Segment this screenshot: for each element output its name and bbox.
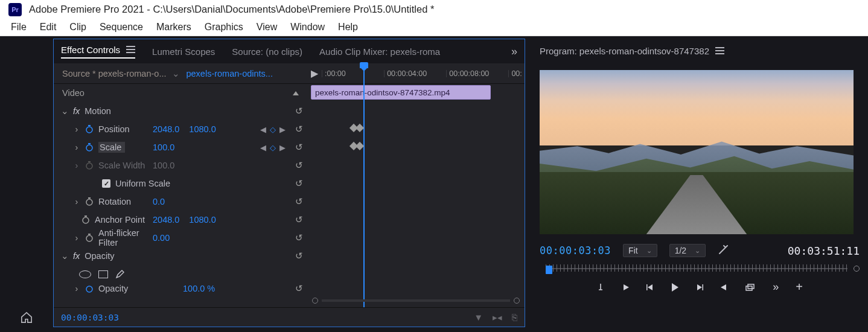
position-x-value[interactable]: 2048.0: [153, 124, 179, 134]
program-ruler[interactable]: [540, 262, 860, 275]
sequence-link[interactable]: pexels-roman-odints...: [186, 69, 272, 78]
anchor-x-value[interactable]: 2048.0: [153, 215, 179, 225]
reset-icon[interactable]: ↺: [295, 233, 303, 243]
reset-icon[interactable]: ↺: [295, 106, 303, 116]
zoom-track[interactable]: [322, 298, 510, 304]
chevron-right-icon[interactable]: ›: [73, 124, 80, 134]
stopwatch-icon[interactable]: [85, 284, 94, 293]
ellipse-mask-icon[interactable]: [79, 270, 91, 278]
chevron-down-icon[interactable]: ⌄: [61, 251, 68, 261]
step-forward-icon[interactable]: [695, 283, 704, 292]
keyframe[interactable]: [356, 124, 364, 132]
reset-icon[interactable]: ↺: [295, 124, 303, 134]
menu-clip[interactable]: Clip: [69, 22, 86, 33]
stopwatch-icon[interactable]: [85, 234, 94, 242]
mark-in-icon[interactable]: [596, 283, 605, 292]
reset-icon[interactable]: ↺: [295, 284, 303, 293]
add-button-icon[interactable]: +: [796, 280, 803, 294]
chevron-down-icon[interactable]: ⌄: [61, 106, 68, 116]
tab-source[interactable]: Source: (no clips): [232, 46, 302, 57]
menu-edit[interactable]: Edit: [40, 22, 57, 33]
position-y-value[interactable]: 1080.0: [189, 124, 215, 134]
tab-effect-controls[interactable]: Effect Controls: [61, 45, 135, 59]
menu-view[interactable]: View: [257, 22, 277, 33]
effect-motion: ⌄ fx Motion ↺: [54, 102, 525, 120]
zoom-fit-select[interactable]: Fit ⌄: [623, 244, 657, 257]
panel-menu-icon[interactable]: [126, 46, 135, 53]
tab-lumetri-scopes[interactable]: Lumetri Scopes: [152, 46, 215, 57]
step-back-icon[interactable]: [646, 283, 654, 292]
chevron-right-icon[interactable]: ›: [73, 142, 80, 152]
stopwatch-icon[interactable]: [81, 215, 90, 224]
go-to-out-icon[interactable]: [720, 283, 729, 292]
reset-icon[interactable]: ↺: [295, 251, 303, 261]
chevron-right-icon[interactable]: ›: [73, 197, 80, 206]
next-keyframe-icon[interactable]: ▶: [279, 143, 286, 152]
menu-window[interactable]: Window: [290, 22, 325, 33]
stopwatch-icon[interactable]: [85, 197, 94, 206]
opacity-mask-tools: [54, 265, 525, 283]
resolution-select[interactable]: 1/2 ⌄: [669, 244, 706, 257]
collapse-icon[interactable]: [293, 91, 299, 95]
keyframe[interactable]: [356, 142, 364, 150]
source-dropdown-icon[interactable]: ⌄: [172, 69, 180, 78]
fx-icon[interactable]: fx: [73, 106, 80, 116]
snapshot-icon[interactable]: ▸◂: [493, 312, 502, 323]
lift-icon[interactable]: [745, 283, 756, 292]
keyframe-nav: ◀ ◇ ▶: [260, 125, 286, 134]
home-icon[interactable]: [20, 311, 33, 324]
filter-icon[interactable]: ▼: [474, 312, 483, 322]
menu-sequence[interactable]: Sequence: [100, 22, 143, 33]
add-keyframe-icon[interactable]: ◇: [270, 143, 276, 152]
svg-point-0: [86, 127, 92, 133]
pen-mask-icon[interactable]: [115, 269, 125, 279]
play-icon[interactable]: [670, 282, 680, 293]
zoom-handle-right[interactable]: [514, 298, 520, 304]
title-bar: Pr Adobe Premiere Pro 2021 - C:\Users\Da…: [0, 0, 868, 19]
anti-flicker-value[interactable]: 0.00: [153, 233, 170, 243]
timeline-clip[interactable]: pexels-roman-odintsov-8747382.mp4: [311, 85, 491, 100]
export-icon[interactable]: ⎘: [512, 312, 517, 322]
add-keyframe-icon[interactable]: ◇: [270, 125, 276, 134]
ruler-end-handle[interactable]: [854, 266, 860, 272]
stopwatch-icon[interactable]: [85, 143, 94, 152]
stopwatch-icon: [85, 161, 94, 170]
ruler-tick: 00:00:04:00: [384, 70, 446, 77]
opacity-value[interactable]: 100.0 %: [183, 284, 215, 293]
go-to-in-icon[interactable]: [621, 283, 630, 292]
uniform-scale-checkbox[interactable]: ✓: [102, 179, 110, 188]
settings-icon[interactable]: [718, 245, 729, 256]
menu-graphics[interactable]: Graphics: [205, 22, 243, 33]
scale-value[interactable]: 100.0: [153, 142, 174, 152]
panel-menu-icon[interactable]: [715, 47, 724, 54]
play-only-icon[interactable]: ▶: [307, 68, 322, 79]
rotation-value[interactable]: 0.0: [153, 197, 165, 206]
rectangle-mask-icon[interactable]: [98, 270, 108, 278]
reset-icon[interactable]: ↺: [295, 142, 303, 152]
program-playhead[interactable]: [546, 266, 552, 274]
reset-icon[interactable]: ↺: [295, 215, 303, 225]
menu-help[interactable]: Help: [338, 22, 358, 33]
reset-icon[interactable]: ↺: [295, 179, 303, 188]
menu-file[interactable]: File: [11, 22, 27, 33]
next-keyframe-icon[interactable]: ▶: [279, 125, 286, 134]
more-tabs-icon[interactable]: »: [511, 45, 517, 58]
program-timecode[interactable]: 00:00:03:03: [540, 244, 611, 257]
zoom-handle-left[interactable]: [312, 298, 318, 304]
more-buttons-icon[interactable]: »: [773, 281, 779, 293]
ec-timecode[interactable]: 00:00:03:03: [61, 313, 119, 322]
stopwatch-icon[interactable]: [85, 125, 94, 133]
prev-keyframe-icon[interactable]: ◀: [260, 143, 266, 152]
source-name-label: Source * pexels-roman-o...: [62, 69, 166, 78]
menu-markers[interactable]: Markers: [156, 22, 191, 33]
anchor-y-value[interactable]: 1080.0: [189, 215, 215, 225]
ec-ruler[interactable]: :00:00 00:00:04:00 00:00:08:00 00:: [322, 63, 525, 84]
chevron-right-icon[interactable]: ›: [73, 284, 80, 293]
reset-icon[interactable]: ↺: [295, 197, 303, 206]
effect-controls-body: Source * pexels-roman-o... ⌄ pexels-roma…: [54, 63, 525, 327]
fx-icon[interactable]: fx: [73, 251, 80, 261]
prev-keyframe-icon[interactable]: ◀: [260, 125, 266, 134]
tab-audio-clip-mixer[interactable]: Audio Clip Mixer: pexels-roma: [319, 46, 440, 57]
chevron-right-icon[interactable]: ›: [73, 233, 80, 243]
program-monitor[interactable]: [540, 70, 854, 234]
